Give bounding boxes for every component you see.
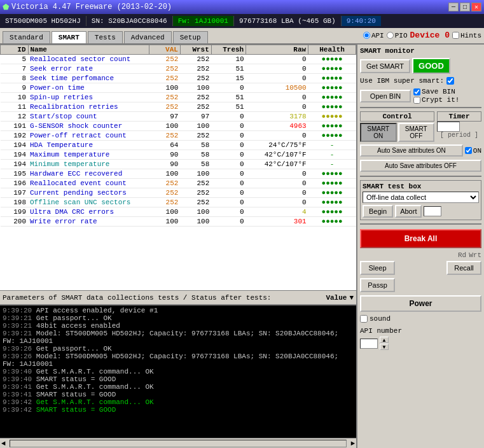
save-bin-label[interactable]: Save BIN <box>413 88 459 95</box>
recall-button[interactable]: Recall <box>446 261 481 275</box>
cell-name[interactable]: Maximum temperature <box>28 150 149 160</box>
timer-value-input[interactable]: 60 <box>437 122 460 132</box>
smart-data-table: ID Name VAL Wrst Tresh Raw Health 5 Real… <box>0 45 356 227</box>
col-header-id: ID <box>1 45 29 55</box>
cell-wrst: 100 <box>180 169 211 179</box>
crypt-label[interactable]: Crypt it! <box>413 96 459 104</box>
cell-name[interactable]: Current pending sectors <box>28 188 149 198</box>
cell-tresh: 51 <box>211 64 245 74</box>
cell-name[interactable]: Seek error rate <box>28 64 149 74</box>
api-num-plus[interactable]: ▲ <box>380 337 389 343</box>
auto-save-on-button[interactable]: Auto Save attributes ON <box>360 144 463 157</box>
sound-checkbox[interactable] <box>360 315 368 323</box>
power-button[interactable]: Power <box>360 295 481 312</box>
timer-title: Timer <box>437 111 481 122</box>
break-all-button[interactable]: Break All <box>360 229 481 248</box>
cell-name[interactable]: Recalibration retries <box>28 102 149 112</box>
save-bin-checkbox[interactable] <box>413 88 420 95</box>
cell-name[interactable]: Power-on time <box>28 83 149 93</box>
get-smart-button[interactable]: Get SMART <box>360 59 410 73</box>
cell-name[interactable]: Seek time perfomance <box>28 74 149 83</box>
wrt-label: Wrt <box>469 251 481 259</box>
cell-name[interactable]: G-SENSOR shock counter <box>28 122 149 131</box>
maximize-button[interactable]: □ <box>460 3 470 11</box>
begin-button[interactable]: Begin <box>363 205 393 218</box>
cell-raw: 0 <box>246 102 308 112</box>
cell-name[interactable]: Start/stop count <box>28 112 149 122</box>
abort-button[interactable]: Abort <box>395 205 422 218</box>
api-num-minus[interactable]: ▼ <box>380 344 389 350</box>
hints-checkbox[interactable]: Hints <box>452 32 481 39</box>
cell-raw: 24°C/75°F <box>246 141 308 150</box>
cell-tresh: 51 <box>211 102 245 112</box>
passp-power-row: Passp <box>360 278 481 292</box>
tab-standard[interactable]: Standard <box>3 31 50 43</box>
open-bin-button[interactable]: Open BIN <box>360 90 411 102</box>
cell-name[interactable]: Power-off retract count <box>28 131 149 141</box>
scroll-left-btn[interactable]: ◄ <box>0 440 7 447</box>
test-type-select[interactable]: Off-line data collect <box>363 192 479 203</box>
close-button[interactable]: ✕ <box>471 3 481 11</box>
scroll-track[interactable] <box>10 440 347 447</box>
scroll-indicator[interactable]: ▼ <box>349 294 354 302</box>
ibm-checkbox[interactable] <box>446 77 454 85</box>
cell-id: 197 <box>1 188 29 198</box>
table-scroll[interactable]: ID Name VAL Wrst Tresh Raw Health 5 Real… <box>0 45 356 248</box>
cell-tresh: 0 <box>211 160 245 169</box>
cell-name[interactable]: Minimum temperature <box>28 160 149 169</box>
passp-button[interactable]: Passp <box>360 278 395 292</box>
log-entry: 9:39:20 API access enabled, device #1 <box>3 307 354 314</box>
cell-name[interactable]: HDA Temperature <box>28 141 149 150</box>
device-model[interactable]: ST500DM005 HD502HJ <box>0 16 86 26</box>
title-bar-buttons: ─ □ ✕ <box>448 3 481 11</box>
smart-off-button[interactable]: SMART OFF <box>398 123 435 142</box>
tab-advanced[interactable]: Advanced <box>124 31 172 43</box>
good-status-button[interactable]: GOOD <box>412 58 450 74</box>
api-radio[interactable]: API <box>363 32 384 39</box>
cell-health: ●●●●● <box>308 131 356 141</box>
cell-name[interactable]: Reallocated event count <box>28 179 149 188</box>
log-entry: 9:39:40 SMART status = GOOD <box>3 375 354 383</box>
cell-name[interactable]: Write error rate <box>28 217 149 227</box>
api-number-input[interactable]: 0 <box>360 339 378 349</box>
cell-raw: 0 <box>246 64 308 74</box>
scroll-right-btn[interactable]: ► <box>349 440 356 447</box>
cell-val: 64 <box>149 141 180 150</box>
bottom-scrollbar[interactable]: ◄ ► <box>0 438 356 448</box>
cell-name[interactable]: Spin-up retries <box>28 93 149 102</box>
api-number-row: API number <box>360 327 481 335</box>
tab-setup[interactable]: Setup <box>173 31 208 43</box>
table-row: 195 Hardware ECC recovered 100 100 0 0 ●… <box>1 169 356 179</box>
smart-on-button[interactable]: SMART ON <box>360 123 397 142</box>
auto-save-off-button[interactable]: Auto Save attributes OFF <box>360 160 481 172</box>
device-lba: 976773168 LBA (~465 GB) <box>234 16 342 26</box>
pio-radio[interactable]: PIO <box>387 32 408 39</box>
log-entry: 9:39:26 Get passport... OK <box>3 345 354 353</box>
cell-health: ●●●●● <box>308 169 356 179</box>
cell-name[interactable]: Ultra DMA CRC errors <box>28 207 149 217</box>
cell-health: ●●●●● <box>308 179 356 188</box>
cell-wrst: 100 <box>180 207 211 217</box>
cell-wrst: 97 <box>180 112 211 122</box>
cell-val: 252 <box>149 131 180 141</box>
cell-raw: 42°C/107°F <box>246 150 308 160</box>
cell-wrst: 58 <box>180 141 211 150</box>
ibm-label: Use IBM super smart: <box>360 77 444 85</box>
cell-name[interactable]: Reallocated sector count <box>28 55 149 64</box>
minimize-button[interactable]: ─ <box>448 3 459 11</box>
cell-tresh: 0 <box>211 112 245 122</box>
tab-tests[interactable]: Tests <box>88 31 123 43</box>
sleep-button[interactable]: Sleep <box>360 261 395 275</box>
auto-save-on-checkbox[interactable] <box>465 147 472 154</box>
auto-save-on-checkbox-label[interactable]: ON <box>465 147 481 155</box>
cell-id: 5 <box>1 55 29 64</box>
cell-raw: 3178 <box>246 112 308 122</box>
cell-name[interactable]: Offline scan UNC sectors <box>28 198 149 207</box>
progress-input[interactable] <box>424 206 441 216</box>
tab-smart[interactable]: SMART <box>52 31 86 43</box>
log-area[interactable]: 9:39:20 API access enabled, device #19:3… <box>0 304 356 438</box>
crypt-checkbox[interactable] <box>413 97 420 104</box>
device-bar: ST500DM005 HD502HJ SN: S20BJA0CC88046 Fw… <box>0 14 484 28</box>
cell-name[interactable]: Hardware ECC recovered <box>28 169 149 179</box>
cell-raw: 42°C/107°F <box>246 160 308 169</box>
